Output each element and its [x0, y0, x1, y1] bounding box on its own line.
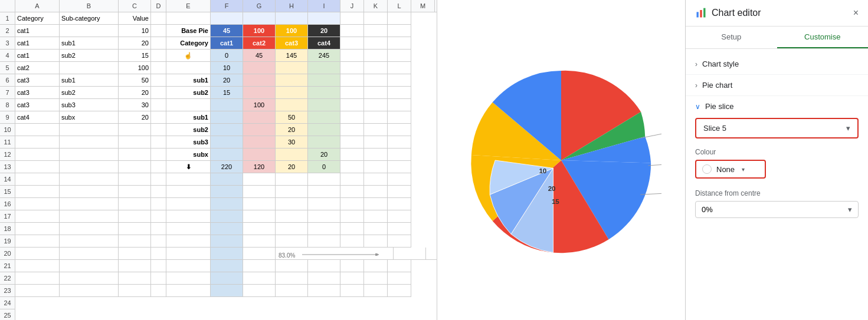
- cell-k1[interactable]: [364, 12, 388, 25]
- cell-d6[interactable]: [151, 74, 166, 87]
- col-header-g[interactable]: G: [243, 0, 276, 12]
- row-num-10[interactable]: 10: [0, 124, 15, 136]
- cell-d1[interactable]: [151, 12, 166, 25]
- cell-k9[interactable]: [364, 111, 388, 124]
- cell-g10[interactable]: [243, 124, 276, 136]
- cell-g3[interactable]: cat2: [243, 37, 276, 50]
- cell-b5[interactable]: [60, 62, 119, 74]
- cell-b9[interactable]: subx: [60, 111, 119, 124]
- cell-h10[interactable]: 20: [276, 124, 308, 136]
- cell-e11[interactable]: sub3: [166, 136, 211, 149]
- cell-l9[interactable]: [388, 111, 411, 124]
- row-num-18[interactable]: 18: [0, 223, 15, 235]
- cell-i14[interactable]: [308, 173, 340, 186]
- cell-a8[interactable]: cat3: [15, 99, 60, 111]
- cell-j6[interactable]: [340, 74, 364, 87]
- slice-dropdown[interactable]: Slice 5 ▾: [695, 118, 859, 138]
- row-num-6[interactable]: 6: [0, 74, 15, 87]
- cell-e4[interactable]: ☝: [166, 50, 211, 62]
- cell-g12[interactable]: [243, 149, 276, 161]
- cell-j13[interactable]: [340, 161, 364, 173]
- cell-g15[interactable]: [243, 186, 276, 198]
- tab-customise[interactable]: Customise: [777, 27, 869, 48]
- cell-b1[interactable]: Sub-category: [60, 12, 119, 25]
- cell-b10[interactable]: [60, 124, 119, 136]
- cell-e9[interactable]: sub1: [166, 111, 211, 124]
- row-num-11[interactable]: 11: [0, 136, 15, 149]
- cell-d9[interactable]: [151, 111, 166, 124]
- col-header-b[interactable]: B: [60, 0, 119, 12]
- cell-i2[interactable]: 20: [308, 25, 340, 37]
- cell-e8[interactable]: [166, 99, 211, 111]
- row-num-12[interactable]: 12: [0, 149, 15, 161]
- row-num-19[interactable]: 19: [0, 235, 15, 248]
- cell-j2[interactable]: [340, 25, 364, 37]
- cell-i6[interactable]: [308, 74, 340, 87]
- cell-k10[interactable]: [364, 124, 388, 136]
- cell-l7[interactable]: [388, 87, 411, 99]
- cell-j1[interactable]: [340, 12, 364, 25]
- cell-i13[interactable]: 0: [308, 161, 340, 173]
- cell-i4[interactable]: 245: [308, 50, 340, 62]
- cell-c4[interactable]: 15: [119, 50, 151, 62]
- cell-h15[interactable]: [276, 186, 308, 198]
- cell-i12[interactable]: 20: [308, 149, 340, 161]
- cell-d14[interactable]: [151, 173, 166, 186]
- row-num-5[interactable]: 5: [0, 62, 15, 74]
- cell-l6[interactable]: [388, 74, 411, 87]
- cell-f15[interactable]: [211, 186, 243, 198]
- cell-b2[interactable]: [60, 25, 119, 37]
- cell-k12[interactable]: [364, 149, 388, 161]
- cell-g14[interactable]: [243, 173, 276, 186]
- col-header-l[interactable]: L: [388, 0, 411, 12]
- cell-g11[interactable]: [243, 136, 276, 149]
- cell-a14[interactable]: [15, 173, 60, 186]
- cell-f10[interactable]: [211, 124, 243, 136]
- cell-e5[interactable]: [166, 62, 211, 74]
- cell-k4[interactable]: [364, 50, 388, 62]
- cell-g13[interactable]: 120: [243, 161, 276, 173]
- cell-d5[interactable]: [151, 62, 166, 74]
- cell-e1[interactable]: [166, 12, 211, 25]
- cell-f12[interactable]: [211, 149, 243, 161]
- cell-k8[interactable]: [364, 99, 388, 111]
- cell-b13[interactable]: [60, 161, 119, 173]
- cell-h11[interactable]: 30: [276, 136, 308, 149]
- col-header-k[interactable]: K: [364, 0, 388, 12]
- cell-a5[interactable]: cat2: [15, 62, 60, 74]
- row-num-24[interactable]: 24: [0, 297, 15, 309]
- tab-setup[interactable]: Setup: [686, 27, 777, 48]
- cell-d12[interactable]: [151, 149, 166, 161]
- cell-e12[interactable]: subx: [166, 149, 211, 161]
- cell-d11[interactable]: [151, 136, 166, 149]
- row-num-3[interactable]: 3: [0, 37, 15, 50]
- cell-g9[interactable]: [243, 111, 276, 124]
- cell-k6[interactable]: [364, 74, 388, 87]
- cell-c14[interactable]: [119, 173, 151, 186]
- row-num-15[interactable]: 15: [0, 186, 15, 198]
- cell-d2[interactable]: [151, 25, 166, 37]
- cell-l10[interactable]: [388, 124, 411, 136]
- cell-d7[interactable]: [151, 87, 166, 99]
- cell-i11[interactable]: [308, 136, 340, 149]
- cell-b14[interactable]: [60, 173, 119, 186]
- cell-j12[interactable]: [340, 149, 364, 161]
- cell-f4[interactable]: 0: [211, 50, 243, 62]
- cell-l1[interactable]: [388, 12, 411, 25]
- cell-k2[interactable]: [364, 25, 388, 37]
- cell-e7[interactable]: sub2: [166, 87, 211, 99]
- col-header-a[interactable]: A: [15, 0, 60, 12]
- col-header-d[interactable]: D: [151, 0, 166, 12]
- cell-c9[interactable]: 20: [119, 111, 151, 124]
- cell-i5[interactable]: [308, 62, 340, 74]
- cell-d15[interactable]: [151, 186, 166, 198]
- cell-k3[interactable]: [364, 37, 388, 50]
- pie-chart-section[interactable]: › Pie chart: [686, 75, 868, 96]
- cell-e13[interactable]: ⬇: [166, 161, 211, 173]
- cell-e6[interactable]: sub1: [166, 74, 211, 87]
- cell-d13[interactable]: [151, 161, 166, 173]
- cell-a15[interactable]: [15, 186, 60, 198]
- cell-f13[interactable]: 220: [211, 161, 243, 173]
- cell-c5[interactable]: 100: [119, 62, 151, 74]
- cell-l11[interactable]: [388, 136, 411, 149]
